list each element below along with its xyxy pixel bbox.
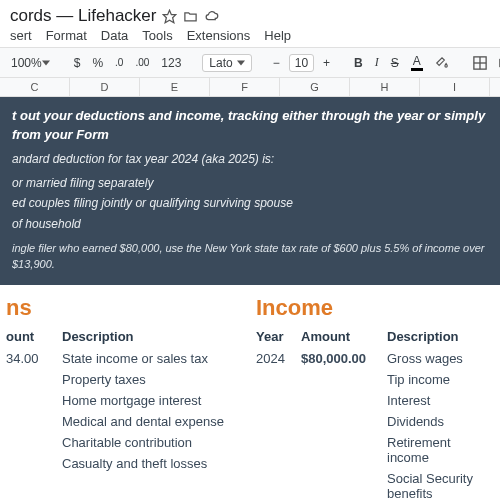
- fill-color-button[interactable]: [432, 54, 452, 72]
- cell: [301, 414, 381, 429]
- col-header[interactable]: C: [0, 78, 70, 96]
- cell: [6, 393, 56, 408]
- menu-bar: sert Format Data Tools Extensions Help: [0, 28, 500, 47]
- cell: [256, 372, 301, 387]
- table-row[interactable]: Dividends: [256, 411, 496, 432]
- col-description: Description: [381, 329, 496, 344]
- col-year: Year: [256, 329, 301, 344]
- text-color-button[interactable]: A: [408, 52, 426, 73]
- zoom-value: 100%: [11, 56, 42, 70]
- cell: Gross wages: [381, 351, 496, 366]
- cell: [301, 393, 381, 408]
- table-row[interactable]: Casualty and theft losses: [6, 453, 226, 474]
- cell: [6, 414, 56, 429]
- bold-button[interactable]: B: [351, 54, 366, 72]
- banner-subhead: andard deduction for tax year 2024 (aka …: [12, 151, 488, 168]
- col-amount: Amount: [301, 329, 381, 344]
- move-folder-icon[interactable]: [183, 9, 198, 24]
- cell: [301, 372, 381, 387]
- cell: Social Security benefits: [381, 471, 496, 500]
- menu-data[interactable]: Data: [101, 28, 128, 43]
- col-header[interactable]: E: [140, 78, 210, 96]
- cell: [256, 414, 301, 429]
- cell: Retirement income: [381, 435, 496, 465]
- cell: $80,000.00: [301, 351, 381, 366]
- cell: [6, 435, 56, 450]
- cell: Dividends: [381, 414, 496, 429]
- dec-dec-label: .0: [115, 57, 123, 68]
- font-size-input[interactable]: 10: [289, 54, 314, 72]
- cell: [6, 372, 56, 387]
- cell: Property taxes: [56, 372, 226, 387]
- cell: State income or sales tax: [56, 351, 226, 366]
- menu-format[interactable]: Format: [46, 28, 87, 43]
- table-row[interactable]: 2024$80,000.00Gross wages: [256, 348, 496, 369]
- banner-headline: t out your deductions and income, tracki…: [12, 107, 488, 145]
- svg-marker-0: [164, 10, 177, 23]
- table-row[interactable]: Charitable contribution: [6, 432, 226, 453]
- borders-button[interactable]: [470, 54, 490, 72]
- cell: [301, 471, 381, 500]
- doc-title: cords — Lifehacker: [10, 6, 156, 26]
- menu-insert[interactable]: sert: [10, 28, 32, 43]
- col-header[interactable]: D: [70, 78, 140, 96]
- banner-example: ingle filer who earned $80,000, use the …: [12, 241, 488, 273]
- cell: Tip income: [381, 372, 496, 387]
- income-title: Income: [256, 295, 496, 321]
- increase-decimal-button[interactable]: .00: [132, 55, 152, 70]
- cell: [256, 435, 301, 465]
- cell: [256, 393, 301, 408]
- cell: 34.00: [6, 351, 56, 366]
- font-name: Lato: [209, 56, 232, 70]
- cell: Charitable contribution: [56, 435, 226, 450]
- star-icon[interactable]: [162, 9, 177, 24]
- font-size-increase[interactable]: +: [320, 54, 333, 72]
- table-row[interactable]: Home mortgage interest: [6, 390, 226, 411]
- table-row[interactable]: Tip income: [256, 369, 496, 390]
- col-header[interactable]: F: [210, 78, 280, 96]
- table-row[interactable]: Medical and dental expense: [6, 411, 226, 432]
- banner-bullet: ed couples filing jointly or qualifying …: [12, 195, 488, 212]
- app-window: cords — Lifehacker sert Format Data Tool…: [0, 0, 500, 500]
- title-bar: cords — Lifehacker: [0, 0, 500, 28]
- tables-area: ns ount Description 34.00State income or…: [0, 285, 500, 500]
- strikethrough-button[interactable]: S: [388, 54, 402, 72]
- col-header[interactable]: G: [280, 78, 350, 96]
- table-row[interactable]: 34.00State income or sales tax: [6, 348, 226, 369]
- spreadsheet-body[interactable]: t out your deductions and income, tracki…: [0, 97, 500, 500]
- cell: Interest: [381, 393, 496, 408]
- banner-bullet: or married filing separately: [12, 175, 488, 192]
- deductions-table: ns ount Description 34.00State income or…: [6, 295, 226, 500]
- percent-button[interactable]: %: [89, 54, 106, 72]
- income-table: Income Year Amount Description 2024$80,0…: [256, 295, 496, 500]
- col-description: Description: [56, 329, 226, 344]
- font-size-decrease[interactable]: −: [270, 54, 283, 72]
- column-headers: C D E F G H I: [0, 78, 500, 97]
- menu-tools[interactable]: Tools: [142, 28, 172, 43]
- cell: Home mortgage interest: [56, 393, 226, 408]
- table-row[interactable]: Social Security benefits: [256, 468, 496, 500]
- cell: 2024: [256, 351, 301, 366]
- table-row[interactable]: Property taxes: [6, 369, 226, 390]
- banner-bullet: of household: [12, 216, 488, 233]
- info-banner: t out your deductions and income, tracki…: [0, 97, 500, 285]
- table-row[interactable]: Retirement income: [256, 432, 496, 468]
- cell: [256, 471, 301, 500]
- cell: [6, 456, 56, 471]
- col-header[interactable]: H: [350, 78, 420, 96]
- dec-inc-label: .00: [135, 57, 149, 68]
- decrease-decimal-button[interactable]: .0: [112, 55, 126, 70]
- menu-help[interactable]: Help: [264, 28, 291, 43]
- col-header[interactable]: I: [420, 78, 490, 96]
- merge-button[interactable]: [496, 54, 500, 72]
- font-dropdown[interactable]: Lato: [202, 54, 251, 72]
- table-row[interactable]: Interest: [256, 390, 496, 411]
- number-format-button[interactable]: 123: [158, 54, 184, 72]
- italic-button[interactable]: I: [372, 53, 382, 72]
- menu-extensions[interactable]: Extensions: [187, 28, 251, 43]
- cell: Medical and dental expense: [56, 414, 226, 429]
- cell: Casualty and theft losses: [56, 456, 226, 471]
- currency-button[interactable]: $: [71, 54, 84, 72]
- cloud-status-icon[interactable]: [204, 9, 219, 24]
- zoom-dropdown[interactable]: 100%: [8, 54, 53, 72]
